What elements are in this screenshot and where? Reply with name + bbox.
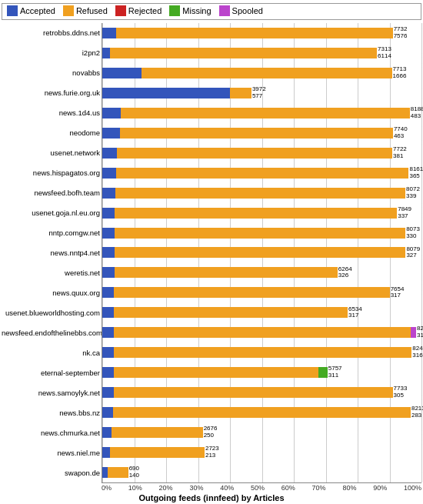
bar-value-label: 463: [394, 133, 408, 140]
bar-accepted: [102, 48, 110, 58]
bar-value-label: 317: [417, 332, 423, 339]
y-label: swapon.de: [2, 469, 100, 477]
bar-row: 8073330: [102, 226, 421, 240]
bar-row: 77131666: [102, 66, 421, 80]
y-label: news.nntp4.net: [2, 249, 100, 257]
bar-label-pair: 7733305: [394, 386, 408, 399]
bar-value-label: 365: [409, 173, 423, 180]
bar-refused: [114, 347, 411, 358]
x-axis-tick-label: 10%: [128, 484, 142, 492]
x-axis-labels: 0%10%20%30%40%50%60%70%80%90%100%: [102, 483, 421, 492]
x-axis-tick-label: 50%: [251, 484, 265, 492]
bar-value-label: 311: [328, 372, 342, 379]
bar-label-pair: 8213283: [411, 406, 423, 419]
bar-accepted: [102, 367, 114, 378]
bar-spooled: [411, 327, 416, 338]
bar-row: 8241316: [102, 345, 421, 359]
bar-value-label: 337: [398, 213, 411, 220]
x-axis-tick-label: 70%: [312, 484, 326, 492]
y-label: novabbs: [2, 69, 100, 77]
bar-accepted: [102, 387, 114, 398]
bar-accepted: [102, 267, 115, 278]
bar-refused: [108, 467, 128, 478]
bar-row: 6534317: [102, 305, 421, 319]
bar-value-label: 317: [348, 312, 362, 319]
y-label: news.samoylyk.net: [2, 389, 100, 397]
bar-label-pair: 8073330: [406, 226, 420, 240]
y-label: news.quux.org: [2, 289, 100, 297]
x-axis-tick-label: 20%: [159, 484, 173, 492]
y-label: usenet.goja.nl.eu.org: [2, 209, 100, 217]
bar-accepted: [102, 148, 117, 159]
bar-value-label: 305: [394, 392, 408, 399]
bar-accepted: [102, 168, 116, 179]
y-label: newsfeed.bofh.team: [2, 189, 100, 197]
bar-label-pair: 73136114: [378, 46, 391, 60]
bar-value-label: 250: [204, 432, 218, 439]
legend-item-refused: Refused: [63, 5, 108, 16]
bar-value-label: 483: [411, 113, 423, 120]
bar-refused: [114, 367, 318, 378]
x-axis-tick-label: 30%: [189, 484, 203, 492]
bar-row: 7722381: [102, 146, 421, 160]
x-axis-tick-label: 90%: [373, 484, 387, 492]
bar-value-label: 381: [393, 153, 407, 160]
bar-value-label: 7576: [394, 33, 408, 40]
bar-refused: [110, 48, 377, 58]
bar-refused: [114, 287, 389, 298]
bar-accepted: [102, 467, 108, 478]
bar-value-label: 577: [252, 93, 266, 100]
bar-row: 6264326: [102, 265, 421, 279]
bar-row: 7654317: [102, 285, 421, 299]
bar-value-label: 213: [205, 452, 219, 459]
accepted-legend-color: [7, 5, 18, 16]
bar-row: 8188483: [102, 106, 421, 120]
chart-container: AcceptedRefusedRejectedMissingSpooled re…: [0, 0, 423, 504]
missing-legend-color: [169, 5, 180, 16]
y-label: neodome: [2, 129, 100, 137]
y-label: nntp.comgw.net: [2, 229, 100, 237]
bar-row: 8079327: [102, 245, 421, 259]
y-label: i2pn2: [2, 49, 100, 57]
legend-item-rejected: Rejected: [115, 5, 162, 16]
bar-refused: [115, 247, 405, 258]
bar-refused: [116, 168, 409, 179]
legend-item-missing: Missing: [169, 5, 211, 16]
y-label: news.hispagatos.org: [2, 169, 100, 177]
refused-legend-label: Refused: [76, 6, 108, 15]
spooled-legend-label: Spooled: [232, 6, 263, 15]
bar-refused: [115, 267, 338, 278]
y-label: newsfeed.endofthelinebbs.com: [2, 329, 100, 337]
y-label: news.1d4.us: [2, 109, 100, 117]
bar-accepted: [102, 88, 230, 98]
bar-accepted: [102, 407, 113, 418]
y-label: usenet.blueworldhosting.com: [2, 309, 100, 317]
y-label: news.furie.org.uk: [2, 89, 100, 97]
bar-accepted: [102, 188, 115, 199]
bar-row: 2676250: [102, 426, 421, 439]
bar-row: 7733305: [102, 386, 421, 399]
y-label: usenet.network: [2, 149, 100, 157]
bar-refused: [115, 188, 406, 199]
bar-value-label: 140: [129, 472, 139, 479]
legend-item-accepted: Accepted: [7, 5, 55, 16]
bar-label-pair: 8161365: [409, 166, 423, 180]
bar-label-pair: 8241316: [412, 345, 423, 359]
x-axis-tick-label: 80%: [342, 484, 356, 492]
bar-row: 690140: [102, 466, 421, 479]
bar-refused: [230, 88, 251, 98]
bar-label-pair: 690140: [129, 466, 139, 479]
x-axis-tick-label: 0%: [102, 484, 112, 492]
y-label: news.bbs.nz: [2, 409, 100, 417]
legend-item-spooled: Spooled: [219, 5, 263, 16]
y-label: weretis.net: [2, 269, 100, 277]
bar-label-pair: 2676250: [204, 426, 218, 439]
refused-legend-color: [63, 5, 74, 16]
bar-refused: [115, 208, 397, 219]
bar-refused: [114, 327, 410, 338]
bar-accepted: [102, 228, 115, 239]
bar-label-pair: 3972577: [252, 86, 266, 100]
bar-row: 8072339: [102, 186, 421, 200]
bar-label-pair: 8072339: [406, 186, 420, 200]
bar-label-pair: 7722381: [393, 146, 407, 160]
